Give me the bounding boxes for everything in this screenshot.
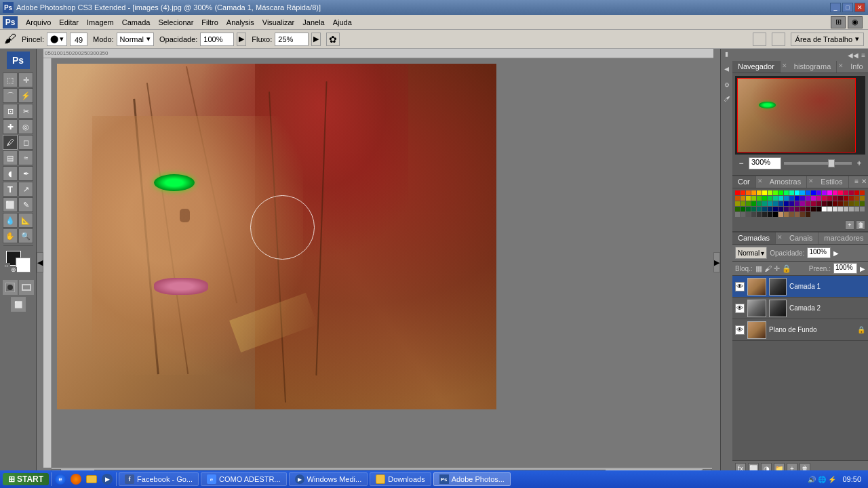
color-panel-menu[interactable]: ≡ [853,176,860,188]
start-button[interactable]: ⊞ START [3,473,49,485]
swatch-r1-10[interactable] [784,190,789,195]
tab-amostras-close[interactable]: ✕ [756,176,764,188]
create-swatch-btn[interactable]: + [845,220,854,230]
opacity-arrow[interactable]: ▶ [833,249,839,257]
fluxo-value[interactable]: 25% [275,33,309,46]
modo-dropdown[interactable]: Normal ▾ [117,33,154,46]
swatch-r5-15[interactable] [768,212,772,217]
swatch-r1-4[interactable] [751,190,756,195]
swatch-r5-3[interactable] [833,207,837,211]
panel-menu-btn[interactable]: ≡ [861,52,865,59]
swatch-r3-5[interactable] [735,201,740,206]
menu-analysis[interactable]: Analysis [222,17,258,28]
swatch-r4-7[interactable] [735,207,740,211]
actions-btn[interactable]: ▶ [724,66,730,73]
reset-colors-icon[interactable]: ⊛ [10,267,17,272]
swatch-r4-17[interactable] [789,207,794,211]
swatch-r1-15[interactable] [811,190,816,195]
swatch-r2-8[interactable] [762,196,767,201]
zoom-out-btn[interactable]: − [736,159,746,168]
opacidade-arrow[interactable]: ▶ [237,33,246,46]
text-tool[interactable]: T [3,182,18,197]
path-select-tool[interactable]: ↗ [18,182,33,197]
tab-navegador[interactable]: Navegador [732,61,781,73]
swatch-r3-15[interactable] [789,201,794,206]
blend-mode-dropdown[interactable]: Normal ▾ [735,247,767,259]
swatch-r1-2[interactable] [741,190,745,195]
quick-mask-mode-btn[interactable] [3,280,18,295]
swatch-r3-2[interactable] [849,196,854,201]
swatch-r2-16[interactable] [806,196,810,201]
menu-ajuda[interactable]: Ajuda [329,17,356,28]
swatch-r3-17[interactable] [800,201,805,206]
tray-icon-3[interactable]: ⚡ [828,476,836,483]
screen-mode-btn[interactable]: ⬜ [11,297,26,312]
swatch-r5-14[interactable] [762,212,767,217]
menu-selecionar[interactable]: Selecionar [154,17,197,28]
history-btn[interactable]: ▮ [724,52,730,58]
swatch-r5-19[interactable] [789,212,794,217]
swatch-r3-18[interactable] [806,201,810,206]
swatch-r5-21[interactable] [800,212,805,217]
swatch-r2-3[interactable] [735,196,740,201]
tab-info[interactable]: Info [845,61,868,73]
menu-editar[interactable]: Editar [55,17,83,28]
swatch-r4-4[interactable] [849,201,854,206]
tab-canais-close[interactable]: ✕ [776,232,784,244]
swatch-r1-19[interactable] [833,190,837,195]
airbrush-btn[interactable]: ✿ [326,33,340,46]
swatch-r1-6[interactable] [762,190,767,195]
swatch-r3-10[interactable] [762,201,767,206]
swatch-r2-5[interactable] [746,196,751,201]
taskbar-item-facebook[interactable]: f Facebook - Go... [119,472,199,486]
tray-icon-1[interactable]: 🔊 [808,476,816,483]
zoom-slider-thumb[interactable] [828,159,835,167]
taskbar-folder-icon[interactable] [85,472,98,486]
measure-tool[interactable]: 📐 [18,213,33,228]
slice-tool[interactable]: ✂ [18,104,33,119]
swatch-r2-19[interactable] [822,196,827,201]
opacidade-value[interactable]: 100% [200,33,234,46]
photo-canvas[interactable] [57,64,496,409]
lasso-tool[interactable]: ⌒ [3,88,18,103]
swatch-r3-22[interactable] [827,201,832,206]
swatch-r5-16[interactable] [773,212,778,217]
swatch-r5-20[interactable] [795,212,800,217]
taskbar-item-downloads[interactable]: Downloads [370,472,431,486]
swatch-r2-13[interactable] [789,196,794,201]
swatch-r1-18[interactable] [827,190,832,195]
swatch-r5-2[interactable] [827,207,832,211]
layer-eye-camada1[interactable]: 👁 [735,282,745,291]
brush-tool[interactable]: 🖊 [3,135,18,150]
zoom-input[interactable]: 300% [749,157,781,169]
swatch-r2-15[interactable] [800,196,805,201]
swatch-r2-14[interactable] [795,196,800,201]
swatch-r3-9[interactable] [757,201,762,206]
taskbar-ie-icon[interactable]: e [54,472,67,486]
maximize-button[interactable]: □ [842,3,853,12]
tab-close-1[interactable]: ✕ [781,61,789,73]
gradient-tool[interactable]: ▤ [3,150,18,165]
swatch-r4-14[interactable] [773,207,778,211]
swatch-r2-21[interactable] [833,196,837,201]
taskbar-item-windows-media[interactable]: ▶ Windows Medi... [289,472,368,486]
close-button[interactable]: ✕ [854,3,865,12]
layer-item-fundo[interactable]: 👁 Plano de Fundo 🔒 [732,319,868,341]
tab-cor[interactable]: Cor [732,176,756,188]
swatch-r1-21[interactable] [844,190,848,195]
pincel-dropdown[interactable]: ⬤ ▾ [47,33,67,46]
swatch-r1-20[interactable] [838,190,843,195]
swatch-r4-15[interactable] [778,207,783,211]
swatch-r5-7[interactable] [854,207,859,211]
menu-arquivo[interactable]: Arquivo [22,17,55,28]
swatch-r3-14[interactable] [784,201,789,206]
fluxo-arrow[interactable]: ▶ [311,33,321,46]
swatch-r2-18[interactable] [816,196,821,201]
tab-canais[interactable]: Canais [784,232,818,244]
taskbar-player-icon[interactable]: ▶ [100,472,114,486]
dodge-tool[interactable]: ◖ [3,166,18,181]
swatch-r5-12[interactable] [751,212,756,217]
swatch-r5-11[interactable] [746,212,751,217]
taskbar-item-como-adestr[interactable]: e COMO ADESTR... [201,472,286,486]
panel-collapse-left[interactable]: ◀ [37,252,43,272]
